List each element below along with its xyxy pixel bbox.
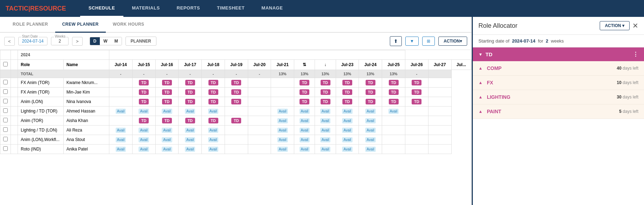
nav-schedule[interactable]: SCHEDULE [80,0,124,17]
td-more-icon[interactable]: ⋮ [633,51,638,58]
nav-timesheet[interactable]: TIMESHEET [208,0,253,17]
view-day-button[interactable]: D [90,37,100,45]
tab-role-planner[interactable]: ROLE PLANNER [6,17,55,33]
total-jul25: 13% [359,70,382,78]
lighting-expand-button[interactable]: ▲ [478,95,483,100]
cell-jul19: TD [225,88,248,97]
th-checkbox[interactable] [0,60,11,70]
cell-jul25: TD [359,97,382,107]
row-role: Anim (LON) [18,97,64,107]
logo-tactic: TACTIC [6,5,28,12]
schedule-table: 2024 Role Name Jul-14 Jul-15 Jul-16 Jul [0,50,471,154]
tab-crew-planner[interactable]: CREW PLANNER [55,17,106,33]
total-more [428,70,451,78]
th-role[interactable]: Role [18,60,64,70]
th-jul23: Jul-23 [336,60,359,70]
cell-more [428,97,451,107]
comp-expand-button[interactable]: ▲ [478,66,483,71]
table-row: Anim (LON) Nina Ivanova TD TD TD TD TD T… [0,97,471,107]
cell-jul15: Avail [132,107,155,116]
cell-jul26 [382,145,405,154]
th-jul17: Jul-17 [179,60,202,70]
cell-jul19: TD [225,78,248,88]
cell-jul27: TD [405,97,428,107]
cell-jul27: TD [405,78,428,88]
select-all-checkbox[interactable] [3,62,8,66]
ra-close-button[interactable]: ✕ [632,21,638,30]
row-check[interactable] [0,107,11,116]
nav-materials[interactable]: MATERIALS [123,0,168,17]
th-more: Jul... [451,60,471,70]
td-section-header[interactable]: ▼ TD ⋮ [473,47,644,61]
th-sort-up[interactable]: ⇅ [294,60,315,70]
total-jul15: - [132,70,155,78]
ra-action-button[interactable]: ACTION ▾ [600,21,630,30]
th-jul25: Jul-25 [382,60,405,70]
th-jul18: Jul-18 [202,60,225,70]
cell-jul20 [248,107,271,116]
total-check [0,70,11,78]
start-date-field[interactable]: Start Date 2024-07-14 [18,37,47,45]
row-collapse [11,135,18,145]
weeks-value: 2 [59,39,61,44]
prev-button[interactable]: < [4,37,15,46]
cell-jul22: Avail [294,107,315,116]
row-name: Ahmed Hassan [64,107,109,116]
ra-body: ▼ TD ⋮ ▲ COMP 40 days left ▲ FX 10 days … [473,47,644,205]
cell-jul17: Avail [179,135,202,145]
cell-jul19: TD [225,116,248,126]
cell-jul27 [405,116,428,126]
planner-button[interactable]: PLANNER [125,37,156,46]
row-check[interactable] [0,116,11,126]
th-sort-down[interactable]: ↓ [315,60,336,70]
action-button[interactable]: ACTION▾ [438,37,467,46]
total-jul24: 13% [336,70,359,78]
row-check[interactable] [0,78,11,88]
cell-jul23: Avail [315,116,336,126]
row-check[interactable] [0,126,11,135]
row-check[interactable] [0,88,11,97]
export-icon-button[interactable]: ⬆ [390,36,402,46]
ra-starting-label: Starting date of [478,38,509,44]
weeks-field[interactable]: Weeks 2 [51,37,69,45]
next-button[interactable]: > [72,37,83,46]
view-month-button[interactable]: M [111,37,122,45]
col-header-spacer [109,50,405,60]
tab-work-hours[interactable]: WORK HOURS [106,17,152,33]
table-row: Anim (LON),Workfl... Ana Stout Avail Ava… [0,135,471,145]
cell-jul26 [382,135,405,145]
row-name: Aisha Khan [64,116,109,126]
total-jul16: - [155,70,179,78]
cell-jul18: Avail [202,135,225,145]
cell-jul24: TD [336,78,359,88]
paint-expand-button[interactable]: ▲ [478,109,483,114]
nav-reports[interactable]: REPORTS [168,0,208,17]
filter-button[interactable]: ▼ [405,37,419,46]
cell-jul25: TD [359,78,382,88]
cell-jul18: TD [202,88,225,97]
top-nav: TACTIC|RESOURCE SCHEDULE MATERIALS REPOR… [0,0,644,17]
th-name[interactable]: Name [64,60,109,70]
cell-jul23: TD [315,78,336,88]
row-check[interactable] [0,135,11,145]
ra-header-buttons: ACTION ▾ ✕ [600,21,638,30]
cell-jul26 [382,116,405,126]
ra-header: Role Allocator ACTION ▾ ✕ [473,17,644,35]
th-jul24: Jul-24 [359,60,382,70]
cell-jul14: Avail [109,145,133,154]
cell-jul22: Avail [294,145,315,154]
row-check[interactable] [0,97,11,107]
cell-jul16: TD [155,97,179,107]
nav-manage[interactable]: MANAGE [253,0,291,17]
fx-expand-button[interactable]: ▲ [478,80,483,85]
view-week-button[interactable]: W [100,37,111,45]
sub-tabs: ROLE PLANNER CREW PLANNER WORK HOURS [0,17,471,33]
cell-jul27 [405,145,428,154]
cell-jul24: Avail [336,135,359,145]
columns-button[interactable]: ⊞ [422,37,435,46]
cell-jul19: TD [225,97,248,107]
row-name: Ana Stout [64,135,109,145]
main-layout: ROLE PLANNER CREW PLANNER WORK HOURS < S… [0,17,644,205]
total-jul18: - [202,70,225,78]
row-check[interactable] [0,145,11,154]
